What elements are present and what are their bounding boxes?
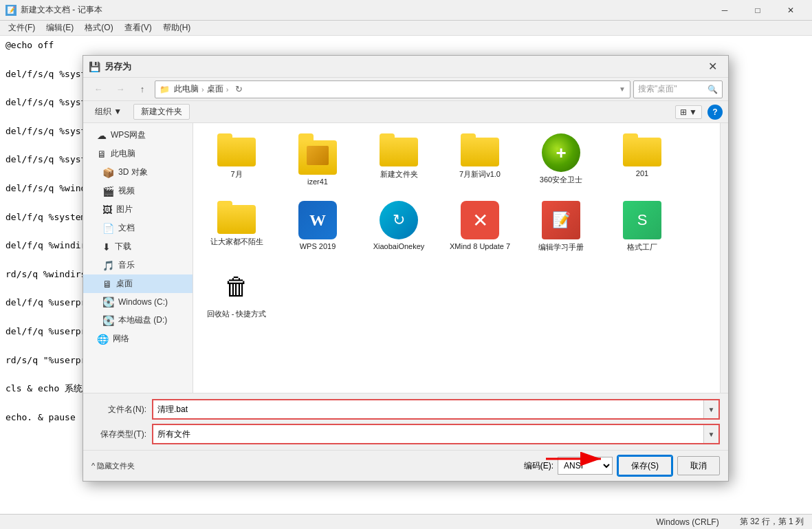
- nav-item-desktop[interactable]: 🖥 桌面: [83, 274, 193, 293]
- new-folder-button[interactable]: 新建文件夹: [133, 104, 190, 120]
- nav-item-disk-d[interactable]: 💽 本地磁盘 (D:): [83, 311, 193, 330]
- filename-dropdown[interactable]: ▼: [703, 400, 718, 418]
- file-item-201[interactable]: 201: [604, 129, 680, 191]
- nav-item-documents[interactable]: 📄 文档: [83, 219, 193, 237]
- crumb-desktop: 桌面: [207, 83, 223, 95]
- nav-item-wps-cloud[interactable]: ☁ WPS网盘: [83, 126, 193, 144]
- filetype-dropdown[interactable]: ▼: [703, 425, 718, 443]
- nav-forward-button[interactable]: →: [111, 80, 130, 98]
- pictures-icon: 🖼: [102, 204, 112, 215]
- notepad-icon: 📝: [6, 5, 17, 16]
- filetype-label: 保存类型(T):: [91, 429, 146, 440]
- nav-item-this-pc-label: 此电脑: [111, 148, 135, 160]
- nav-up-button[interactable]: ↑: [133, 80, 152, 98]
- menu-help[interactable]: 帮助(H): [157, 21, 197, 35]
- dialog-close-button[interactable]: ✕: [702, 57, 723, 76]
- file-area-scrollbar[interactable]: [720, 123, 728, 393]
- downloads-icon: ⬇: [102, 241, 111, 252]
- nav-item-windows-c[interactable]: 💽 Windows (C:): [83, 293, 193, 311]
- nav-item-music[interactable]: 🎵 音乐: [83, 256, 193, 274]
- file-item-360[interactable]: + 360安全卫士: [523, 129, 599, 191]
- file-label-recycle: 回收站 - 快捷方式: [207, 309, 267, 319]
- this-pc-icon: 🖥: [97, 149, 107, 160]
- nav-item-pictures[interactable]: 🖼 图片: [83, 200, 193, 219]
- file-item-7yue-xinci[interactable]: 7月新词v1.0: [442, 129, 518, 191]
- organize-button[interactable]: 组织 ▼: [89, 104, 128, 120]
- file-item-7yue[interactable]: 7月: [199, 129, 274, 191]
- notepad-maximize-button[interactable]: □: [742, 0, 773, 21]
- notepad-window-buttons: ─ □ ✕: [709, 0, 806, 21]
- file-label-rangjia: 让大家都不陌生: [210, 237, 263, 247]
- hide-folders-link[interactable]: ^ 隐藏文件夹: [91, 461, 135, 471]
- dialog-actions: ^ 隐藏文件夹 编码(E): ANSI UTF-8 Unicode 保存(S) …: [83, 450, 728, 481]
- nav-item-windows-c-label: Windows (C:): [118, 297, 168, 307]
- file-item-xmind[interactable]: ✕ XMind 8 Update 7: [442, 196, 518, 257]
- address-dropdown-arrow[interactable]: ▼: [619, 85, 626, 93]
- filename-row: 文件名(N): ▼: [91, 399, 720, 420]
- nav-item-videos-label: 视频: [118, 185, 135, 197]
- file-item-recycle[interactable]: 🗑 回收站 - 快捷方式: [199, 263, 274, 324]
- file-item-xiaobai[interactable]: ↻ XiaobaiOnekey: [361, 196, 437, 257]
- notepad-statusbar: Windows (CRLF) 第 32 行，第 1 列: [0, 514, 812, 529]
- file-item-formatfactory[interactable]: S 格式工厂: [604, 196, 680, 257]
- file-item-rangjia[interactable]: 让大家都不陌生: [199, 196, 274, 257]
- filename-input[interactable]: [153, 400, 703, 418]
- file-item-wps2019[interactable]: W WPS 2019: [280, 196, 355, 257]
- notepad-minimize-button[interactable]: ─: [709, 0, 740, 21]
- help-icon: ?: [712, 107, 717, 117]
- nav-item-downloads[interactable]: ⬇ 下载: [83, 237, 193, 256]
- menu-edit[interactable]: 编辑(E): [41, 21, 79, 35]
- file-item-editor[interactable]: 📝 编辑学习手册: [523, 196, 599, 257]
- file-item-izer41[interactable]: izer41: [280, 129, 355, 191]
- crumb-pc: 此电脑: [174, 83, 199, 95]
- nav-item-wps-cloud-label: WPS网盘: [111, 129, 146, 141]
- file-label-360: 360安全卫士: [540, 175, 582, 185]
- nav-item-desktop-label: 桌面: [116, 278, 133, 290]
- file-label-izer41: izer41: [307, 177, 328, 186]
- notepad-title: 新建文本文档 - 记事本: [21, 4, 705, 16]
- nav-item-network[interactable]: 🌐 网络: [83, 330, 193, 348]
- filetype-input[interactable]: [153, 425, 703, 443]
- nav-item-pictures-label: 图片: [116, 204, 133, 215]
- file-label-wps2019: WPS 2019: [300, 242, 336, 250]
- file-label-new-folder: 新建文件夹: [380, 169, 418, 180]
- windows-c-icon: 💽: [102, 296, 114, 307]
- network-icon: 🌐: [97, 334, 109, 345]
- file-area[interactable]: 7月 izer41: [193, 123, 720, 393]
- nav-item-network-label: 网络: [113, 333, 129, 345]
- file-label-7yue-xinci: 7月新词v1.0: [459, 169, 501, 180]
- documents-icon: 📄: [102, 223, 114, 234]
- filetype-input-wrapper: ▼: [152, 424, 720, 444]
- menu-view[interactable]: 查看(V): [119, 21, 157, 35]
- file-label-editor: 编辑学习手册: [538, 242, 584, 252]
- disk-d-icon: 💽: [102, 315, 114, 326]
- dialog-secondbar: 组织 ▼ 新建文件夹 ⊞ ▼ ?: [83, 101, 728, 123]
- address-refresh-button[interactable]: ↻: [235, 84, 243, 94]
- cancel-button[interactable]: 取消: [677, 456, 720, 475]
- view-button[interactable]: ⊞ ▼: [675, 105, 702, 119]
- nav-item-this-pc[interactable]: 🖥 此电脑: [83, 144, 193, 163]
- nav-item-videos[interactable]: 🎬 视频: [83, 182, 193, 200]
- save-button-label: 保存(S): [631, 461, 659, 471]
- address-bar[interactable]: 📁 此电脑 › 桌面 › ↻ ▼: [155, 80, 630, 98]
- nav-item-music-label: 音乐: [118, 259, 135, 271]
- nav-item-downloads-label: 下载: [115, 241, 131, 252]
- nav-item-3d-objects[interactable]: 📦 3D 对象: [83, 163, 193, 182]
- dialog-titlebar: 💾 另存为 ✕: [83, 56, 728, 78]
- address-crumb-computer: 📁: [160, 85, 170, 94]
- menu-format[interactable]: 格式(O): [79, 21, 118, 35]
- nav-back-button[interactable]: ←: [89, 80, 108, 98]
- save-button[interactable]: 保存(S): [618, 456, 672, 475]
- file-grid: 7月 izer41: [199, 129, 714, 324]
- hide-folders-label: ^ 隐藏文件夹: [91, 461, 135, 471]
- file-label-formatfactory: 格式工厂: [627, 242, 657, 252]
- dialog-title-icon: 💾: [89, 61, 100, 72]
- red-arrow-annotation: [546, 446, 615, 471]
- notepad-close-button[interactable]: ✕: [775, 0, 806, 21]
- search-bar[interactable]: 搜索"桌面" 🔍: [633, 80, 723, 98]
- content-line-1: @echo off: [6, 39, 806, 53]
- file-item-new-folder[interactable]: 新建文件夹: [361, 129, 437, 191]
- menu-file[interactable]: 文件(F): [3, 21, 41, 35]
- 3d-objects-icon: 📦: [102, 167, 114, 178]
- help-button[interactable]: ?: [707, 105, 723, 120]
